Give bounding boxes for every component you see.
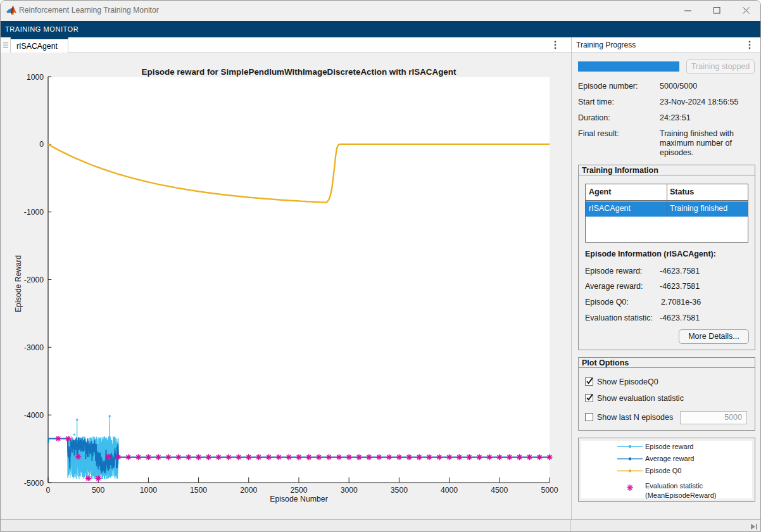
svg-text:-2000: -2000 [24,276,44,284]
svg-text:-1000: -1000 [24,208,44,217]
svg-text:Average reward: Average reward [645,455,694,462]
svg-text:0: 0 [46,486,51,495]
svg-text:-5000: -5000 [24,479,44,488]
svg-text:3500: 3500 [391,486,408,495]
svg-text:Episode reward: Episode reward [645,443,693,450]
svg-text:1000: 1000 [140,486,157,495]
svg-text:2000: 2000 [240,486,257,495]
svg-text:1500: 1500 [190,486,207,495]
svg-text:3000: 3000 [341,486,358,495]
svg-text:5000: 5000 [541,486,558,495]
svg-text:1000: 1000 [27,73,44,82]
svg-text:Evaluation statistic: Evaluation statistic [645,482,703,490]
svg-text:2500: 2500 [290,486,307,495]
svg-text:(MeanEpisodeReward): (MeanEpisodeReward) [645,491,717,499]
svg-text:4000: 4000 [441,486,458,495]
svg-text:500: 500 [92,486,105,495]
svg-text:Episode reward for SimplePendl: Episode reward for SimplePendlumWithImag… [142,67,456,77]
svg-text:0: 0 [39,140,44,149]
svg-text:Episode Number: Episode Number [270,495,328,504]
svg-text:Episode Q0: Episode Q0 [645,467,681,474]
svg-text:-4000: -4000 [24,411,44,420]
svg-text:4500: 4500 [491,486,508,495]
svg-text:Episode Reward: Episode Reward [14,255,23,312]
svg-text:-3000: -3000 [24,343,44,352]
